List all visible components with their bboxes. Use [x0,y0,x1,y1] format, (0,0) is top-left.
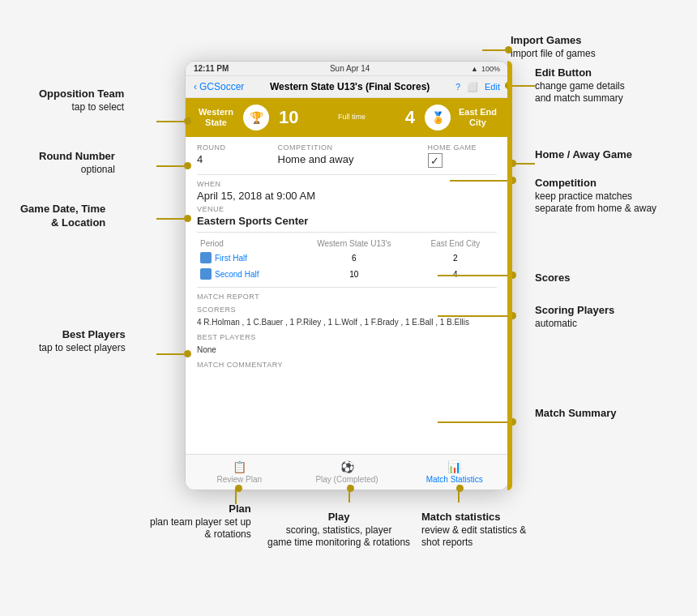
review-plan-icon: 📋 [233,460,246,473]
first-half-away: 2 [414,250,497,266]
home-team-logo[interactable]: 🏆 [243,105,269,130]
match-status: Full time [308,113,395,122]
nav-back-label: GCSoccer [199,81,244,92]
competition-label: COMPETITION [278,143,417,152]
best-players-sub: tap to select players [39,342,126,355]
round-number-title: Round Number [39,150,115,162]
plan-vline [235,488,237,504]
gold-border [507,61,512,490]
play-icon: ⚽ [340,460,354,473]
edit-button[interactable]: Edit [485,82,500,92]
edit-button-annotation: Edit Button change game detailsand match… [535,66,625,105]
help-icon[interactable]: ? [455,82,460,92]
import-games-sub: import file of games [511,48,596,61]
best-players-line [156,353,184,355]
best-players-annotation: Best Players tap to select players [39,328,126,354]
second-half-away: 4 [414,266,497,282]
play-annotation: Play scoring, statistics, playergame tim… [267,511,410,550]
round-number-annotation: Round Number optional [39,150,115,176]
opposition-line [156,121,184,122]
competition-annotation: Competition keep practice matchesseparat… [535,177,656,216]
competition-line [450,180,509,182]
away-team-name[interactable]: East End City [455,107,500,128]
play-vline [348,485,350,503]
commentary-label: MATCH COMMENTARY [197,361,497,369]
col-period: Period [197,237,294,250]
home-game-checkbox[interactable]: ✓ [428,153,443,168]
scorers-value: 4 R.Holman , 1 C.Bauer , 1 P.Riley , 1 L… [197,316,497,328]
second-half-home: 10 [294,266,414,282]
home-team-name[interactable]: Western State [194,107,238,128]
when-field: WHEN April 15, 2018 at 9:00 AM [197,180,497,202]
edit-button-title: Edit Button [535,66,592,79]
scorers-label: SCORERS [197,306,497,314]
tab-match-statistics[interactable]: 📊 Match Statistics [400,455,508,490]
opposition-dot [184,118,191,125]
scores-title: Scores [535,272,570,284]
first-half-link[interactable]: First Half [200,252,291,263]
game-date-dot [184,215,191,222]
game-date-annotation: Game Date, Time& Location [20,203,105,230]
scoring-players-sub: automatic [535,318,614,331]
commentary-area[interactable] [197,371,497,420]
match-summary-line [438,421,509,423]
home-game-label: HOME GAME [428,143,498,152]
wifi-icon: ▲ [471,65,478,73]
scoring-players-annotation: Scoring Players automatic [535,304,614,330]
round-value[interactable]: 4 [197,153,267,165]
venue-field: VENUE Eastern Sports Center [197,205,497,227]
round-field: ROUND 4 [197,143,267,168]
venue-value[interactable]: Eastern Sports Center [197,215,497,227]
divider-2 [197,232,497,233]
score-header: Western State 🏆 10 Full time 4 🏅 East En… [186,98,508,137]
best-players-title: Best Players [62,328,126,340]
scoring-players-line [438,315,509,317]
status-date: Sun Apr 14 [330,64,370,73]
home-away-title: Home / Away Game [535,148,632,160]
divider-1 [197,174,497,175]
best-players-value[interactable]: None [197,344,497,356]
round-competition-row: ROUND 4 COMPETITION Home and away HOME G… [197,143,497,168]
second-half-link[interactable]: Second Half [200,268,291,280]
home-game-checkbox-container: ✓ [428,153,498,168]
match-summary-title: Match Summary [535,407,616,419]
tab-play-label: Play (Completed) [315,475,378,484]
round-dot [184,162,191,169]
match-statistics-annotation: Match statistics review & edit statistic… [421,511,526,550]
tab-play[interactable]: ⚽ Play (Completed) [293,455,401,490]
best-players-label: BEST PLAYERS [197,333,497,341]
tab-match-statistics-label: Match Statistics [426,475,483,484]
away-team-logo[interactable]: 🏅 [425,105,451,130]
nav-title: Western State U13's (Final Scores) [244,81,455,92]
back-chevron-icon: ‹ [194,81,197,92]
status-icons: ▲ 100% [471,65,500,73]
battery-icon: 100% [481,65,500,73]
scoring-players-title: Scoring Players [535,304,614,316]
competition-value[interactable]: Home and away [278,153,417,165]
nav-back-button[interactable]: ‹ GCSoccer [194,81,244,92]
competition-title: Competition [535,177,597,189]
away-score: 4 [400,107,420,128]
divider-3 [197,287,497,288]
opposition-team-sub: tap to select [39,101,124,114]
import-games-dot [505,46,512,53]
col-home: Western State U13's [294,237,414,250]
scores-annotation: Scores [535,272,570,285]
table-row: First Half 6 2 [197,250,497,266]
first-half-home: 6 [294,250,414,266]
col-away: East End City [414,237,497,250]
nav-bar: ‹ GCSoccer Western State U13's (Final Sc… [186,76,508,98]
opposition-team-title: Opposition Team [39,88,124,100]
match-statistics-vline [458,485,460,503]
home-game-field: HOME GAME ✓ [428,143,498,168]
home-away-line [509,163,535,165]
opposition-team-annotation: Opposition Team tap to select [39,88,124,113]
venue-label: VENUE [197,205,497,213]
period-icon [200,268,212,280]
import-games-line [482,49,505,51]
match-report-label: MATCH REPORT [197,293,497,301]
round-line [156,165,184,167]
share-icon[interactable]: ⬜ [467,82,478,92]
when-value[interactable]: April 15, 2018 at 9:00 AM [197,190,497,202]
competition-field: COMPETITION Home and away [278,143,417,168]
